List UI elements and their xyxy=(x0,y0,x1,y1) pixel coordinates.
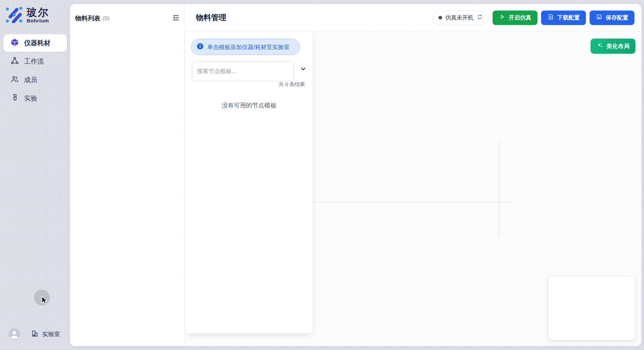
banner-text: 单击模板添加仪器/耗材至实验室 xyxy=(207,43,290,51)
building-icon xyxy=(31,330,39,339)
sidebar-item-workflow[interactable]: 工作流 xyxy=(3,53,67,70)
info-banner: 单击模板添加仪器/耗材至实验室 xyxy=(191,39,300,55)
download-config-label: 下载配置 xyxy=(557,14,580,21)
sidebar-item-label: 工作流 xyxy=(24,57,44,66)
beautify-layout-label: 美化布局 xyxy=(606,42,629,50)
sparkles-icon xyxy=(596,42,603,50)
results-count: 共 0 条结果 xyxy=(279,81,305,88)
save-config-label: 保存配置 xyxy=(606,14,628,21)
materials-count: (0) xyxy=(103,15,110,22)
materials-panel-header: 物料列表 (0) xyxy=(70,4,184,23)
sidebar-item-label: 仪器耗材 xyxy=(24,39,50,47)
materials-panel: 物料列表 (0) xyxy=(70,4,185,346)
sidebar-item-instruments[interactable]: 仪器耗材 xyxy=(3,34,67,52)
cube-icon xyxy=(11,38,19,48)
start-sim-button[interactable]: 开启仿真 xyxy=(493,11,537,25)
lab-switcher[interactable]: 实验室 xyxy=(31,330,60,339)
sidebar-item-members[interactable]: 成员 xyxy=(3,71,67,89)
canvas-guide-vertical xyxy=(499,142,499,237)
materials-panel-title: 物料列表 xyxy=(75,14,100,23)
sidebar-footer: 实验室 xyxy=(0,328,70,340)
main-header: 物料管理 仿真未开机 xyxy=(185,4,641,32)
collapse-panel-button[interactable] xyxy=(171,14,180,23)
workflow-icon xyxy=(11,57,19,67)
sidebar: 玻尔 Bohrium 仪器耗材 工作流 xyxy=(0,0,70,350)
status-dot-icon xyxy=(438,16,442,19)
save-config-button[interactable]: 保存配置 xyxy=(590,11,634,25)
search-box xyxy=(192,61,294,81)
brand: 玻尔 Bohrium xyxy=(6,7,49,24)
minimap-panel[interactable] xyxy=(548,276,635,340)
menu-fold-icon xyxy=(172,14,180,23)
play-icon xyxy=(499,14,505,22)
sidebar-nav: 仪器耗材 工作流 成员 xyxy=(0,34,70,107)
empty-templates-text: 没有可用的节点模板 xyxy=(185,101,313,109)
template-panel: 单击模板添加仪器/耗材至实验室 共 0 条结果 没有可用的节点模板 xyxy=(185,32,313,334)
header-actions: 仿真未开机 xyxy=(433,11,634,25)
info-icon xyxy=(197,43,204,51)
beautify-layout-button[interactable]: 美化布局 xyxy=(591,39,635,54)
brand-name: 玻尔 xyxy=(27,7,49,18)
sidebar-item-label: 实验 xyxy=(24,94,37,103)
content-card: 物料列表 (0) 物料管理 仿真未开机 xyxy=(70,4,641,346)
experiment-icon xyxy=(11,94,19,103)
brand-subtitle: Bohrium xyxy=(27,18,49,24)
save-icon xyxy=(596,14,602,22)
status-label: 仿真未开机 xyxy=(445,14,473,21)
user-avatar-icon[interactable] xyxy=(9,328,20,340)
page: { "brand": { "name_zh": "玻尔", "name_en":… xyxy=(0,0,644,350)
canvas[interactable]: 美化布局 单击模板添加仪器/耗材至实验室 xyxy=(185,32,641,346)
sidebar-item-label: 成员 xyxy=(24,75,37,84)
mouse-cursor xyxy=(40,296,48,306)
refresh-icon[interactable] xyxy=(477,14,483,21)
search-input[interactable] xyxy=(192,68,293,75)
chevron-down-icon xyxy=(300,66,306,73)
main-area: 物料管理 仿真未开机 xyxy=(185,4,641,346)
file-download-icon xyxy=(547,14,554,22)
bohrium-logo-icon xyxy=(6,7,23,24)
members-icon xyxy=(11,75,19,85)
lab-label: 实验室 xyxy=(42,330,60,338)
sim-status-pill[interactable]: 仿真未开机 xyxy=(433,11,489,25)
sidebar-item-experiments[interactable]: 实验 xyxy=(3,90,67,107)
expand-templates-button[interactable] xyxy=(299,65,307,74)
page-title: 物料管理 xyxy=(196,13,226,23)
download-config-button[interactable]: 下载配置 xyxy=(541,11,586,25)
brand-text: 玻尔 Bohrium xyxy=(27,7,49,24)
start-sim-label: 开启仿真 xyxy=(509,14,531,21)
